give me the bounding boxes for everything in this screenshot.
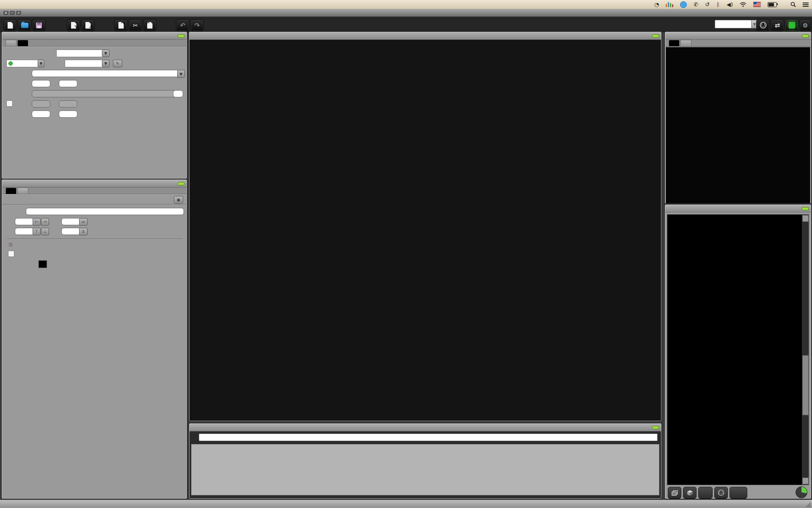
tab-behavior[interactable]	[17, 188, 28, 194]
scroll-down-button[interactable]	[802, 478, 809, 484]
wand-button[interactable]: ✎	[113, 60, 122, 67]
tab-osc[interactable]	[5, 40, 16, 46]
spotlight-icon[interactable]	[790, 2, 796, 7]
new-file-button[interactable]	[3, 19, 17, 31]
layers-button[interactable]	[668, 487, 681, 499]
creation-panel	[665, 32, 811, 204]
lemur-canvas[interactable]	[189, 40, 661, 420]
tree-scrollbar[interactable]	[802, 215, 809, 485]
script-list-button[interactable]	[730, 487, 747, 499]
window-minimize-button[interactable]: −	[9, 11, 15, 16]
tab-library[interactable]	[680, 40, 691, 46]
undo-button[interactable]: ↶	[176, 19, 189, 31]
import-button[interactable]: ↘	[67, 19, 80, 31]
objects-collapse-button[interactable]	[178, 182, 184, 185]
script-panel	[189, 423, 661, 499]
sync-button[interactable]: ⇄	[771, 19, 784, 31]
color-swatch[interactable]	[38, 260, 47, 268]
y-field[interactable]	[15, 228, 34, 235]
velocity-mode-select[interactable]	[173, 90, 183, 97]
stretch-width-button[interactable]: ↔	[79, 218, 88, 226]
export-button[interactable]: ↗	[81, 19, 95, 31]
universal-access-icon[interactable]: ◔	[654, 0, 659, 9]
midi-settings-button[interactable]	[756, 19, 770, 31]
message-dropdown-button[interactable]: ▼	[177, 70, 185, 78]
align-bottom-button[interactable]: ⊥	[41, 228, 49, 235]
align-left-button[interactable]: ⊢	[33, 218, 41, 226]
script-collapse-button[interactable]	[652, 426, 659, 429]
creation-collapse-button[interactable]	[802, 34, 809, 38]
messages-icon[interactable]	[680, 1, 687, 8]
wifi-icon[interactable]	[740, 2, 746, 7]
script-editor-area[interactable]	[191, 444, 659, 495]
midi-din-button[interactable]	[714, 487, 728, 499]
lemur-panel	[189, 32, 661, 421]
notification-center-icon[interactable]	[803, 3, 809, 7]
copy-button[interactable]: ↷	[114, 19, 128, 31]
tab-palette[interactable]	[669, 40, 680, 46]
activity-monitor-icon[interactable]	[666, 2, 673, 7]
mapping-collapse-button[interactable]	[178, 34, 184, 38]
cut-button[interactable]: ✂	[129, 19, 142, 31]
macos-menu-bar: ◔ ✆ ↺ ᛒ ◀)	[0, 0, 812, 9]
message-field[interactable]	[32, 70, 181, 77]
project-collapse-button[interactable]	[802, 207, 809, 210]
resize-grip[interactable]	[805, 501, 811, 508]
target-select[interactable]	[65, 60, 105, 67]
objects-count-bar: ▣	[2, 195, 187, 204]
device-selector[interactable]: ▼	[715, 20, 758, 28]
scale-checkbox[interactable]	[6, 100, 13, 107]
objects-panel-header[interactable]	[2, 180, 187, 188]
script-panel-header[interactable]	[189, 424, 661, 431]
project-panel	[665, 204, 811, 499]
input-language-flag-icon[interactable]	[753, 2, 761, 7]
time-machine-icon[interactable]: ↺	[705, 0, 710, 9]
save-file-button[interactable]	[32, 19, 46, 31]
object-target-select[interactable]	[56, 50, 105, 57]
lemur-collapse-button[interactable]	[652, 34, 659, 38]
scroll-up-button[interactable]	[802, 215, 809, 222]
lemur-panel-header[interactable]	[189, 32, 661, 40]
scale-from-field[interactable]	[32, 100, 50, 108]
target-dropdown-button[interactable]: ▼	[102, 60, 110, 67]
window-zoom-button[interactable]: +	[16, 11, 22, 16]
scale-to-field[interactable]	[59, 100, 77, 108]
scroll-thumb[interactable]	[802, 355, 809, 415]
objects-cube-button[interactable]	[683, 487, 697, 499]
script-expression-input[interactable]	[199, 433, 658, 441]
object-name-field[interactable]	[26, 208, 184, 215]
multi-select-icon[interactable]: ▣	[174, 196, 183, 204]
creation-panel-header[interactable]	[665, 32, 811, 40]
pitch-to-field[interactable]	[59, 80, 77, 87]
paste-button[interactable]: ↶	[143, 19, 156, 31]
tab-midi[interactable]	[17, 40, 28, 46]
stretch-height-button[interactable]: ↕	[79, 228, 88, 235]
align-top-button[interactable]: ⊤	[33, 228, 41, 235]
source-select[interactable]	[6, 60, 41, 67]
window-close-button[interactable]: x	[3, 11, 9, 16]
velocity-field[interactable]	[32, 90, 177, 97]
bluetooth-icon[interactable]: ᛒ	[716, 0, 720, 9]
channel-to-field[interactable]	[59, 110, 77, 118]
project-toolbar	[665, 485, 811, 500]
object-target-dropdown-button[interactable]: ▼	[102, 50, 110, 57]
objects-panel: ▣ ⊢ ⊣ ↔ ⊤ ⊥ ↕ ⚿	[2, 179, 187, 499]
connection-status-button[interactable]	[785, 19, 798, 31]
battery-icon[interactable]	[768, 2, 777, 7]
transparent-checkbox[interactable]	[8, 251, 14, 257]
volume-icon[interactable]: ◀)	[727, 0, 733, 9]
channel-from-field[interactable]	[32, 110, 50, 118]
x-field[interactable]	[15, 218, 34, 225]
pitch-from-field[interactable]	[32, 80, 50, 87]
phone-icon[interactable]: ✆	[694, 0, 698, 9]
open-file-button[interactable]	[18, 19, 31, 31]
redo-button[interactable]: ↷	[190, 19, 204, 31]
project-panel-header[interactable]	[665, 205, 811, 213]
source-dropdown-button[interactable]: ▼	[38, 60, 44, 67]
expression-button[interactable]	[698, 487, 713, 499]
mapping-panel-header[interactable]	[2, 32, 187, 40]
align-right-button[interactable]: ⊣	[41, 218, 49, 226]
project-tree	[667, 214, 809, 485]
settings-gear-button[interactable]: ⚙	[799, 19, 811, 31]
tab-properties[interactable]	[5, 188, 16, 194]
